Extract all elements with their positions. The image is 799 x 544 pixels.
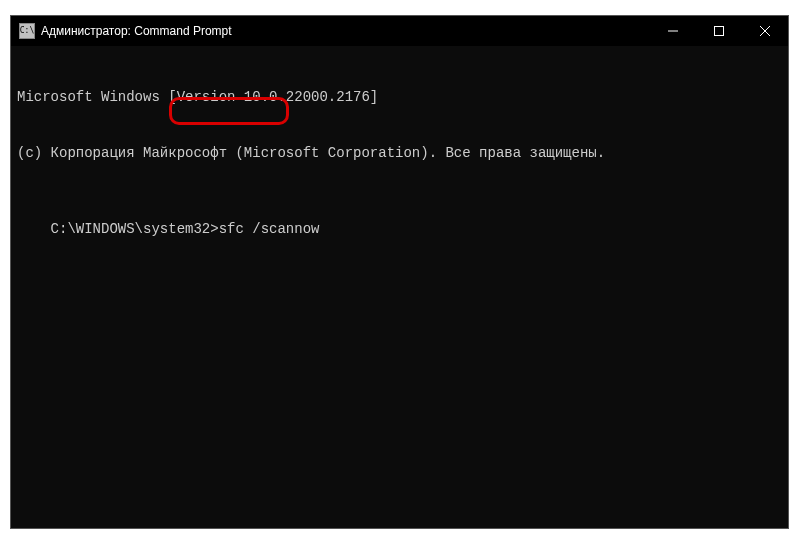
- maximize-icon: [714, 26, 724, 36]
- titlebar[interactable]: C:\ Администратор: Command Prompt: [11, 16, 788, 46]
- prompt-path: C:\WINDOWS\system32>: [51, 221, 219, 237]
- minimize-icon: [668, 26, 678, 36]
- command-prompt-window: C:\ Администратор: Command Prompt Mi: [10, 15, 789, 529]
- prompt-line: C:\WINDOWS\system32>sfc /scannow: [51, 220, 320, 239]
- close-button[interactable]: [742, 16, 788, 46]
- close-icon: [760, 26, 770, 36]
- copyright-line: (c) Корпорация Майкрософт (Microsoft Cor…: [17, 144, 782, 163]
- terminal-area[interactable]: Microsoft Windows [Version 10.0.22000.21…: [11, 46, 788, 528]
- svg-rect-1: [715, 27, 724, 36]
- window-title: Администратор: Command Prompt: [41, 24, 650, 38]
- version-line: Microsoft Windows [Version 10.0.22000.21…: [17, 88, 782, 107]
- maximize-button[interactable]: [696, 16, 742, 46]
- command-input[interactable]: sfc /scannow: [219, 221, 320, 237]
- window-controls: [650, 16, 788, 46]
- cmd-icon: C:\: [19, 23, 35, 39]
- minimize-button[interactable]: [650, 16, 696, 46]
